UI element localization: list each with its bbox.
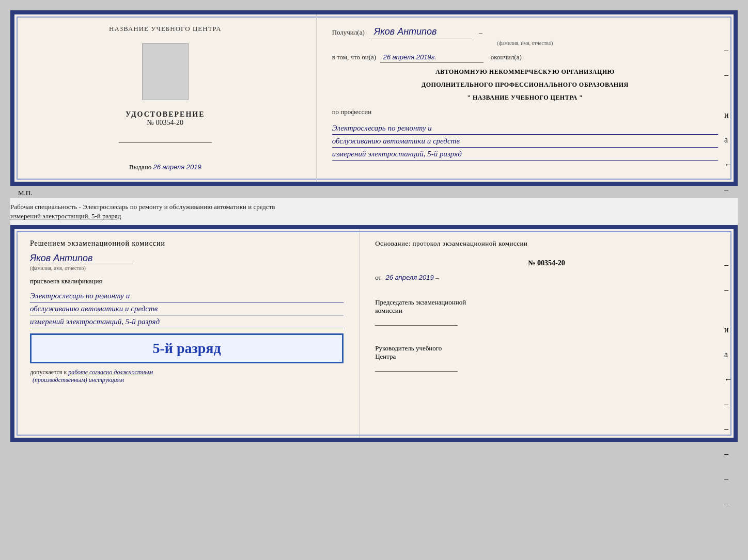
cert-number: № 00354-20: [147, 119, 184, 127]
admitted-section: допускается к работе согласно должностны…: [30, 369, 344, 376]
org-line1: АВТОНОМНУЮ НЕКОММЕРЧЕСКУЮ ОРГАНИЗАЦИЮ: [332, 68, 718, 76]
mp-label: М.П.: [18, 189, 32, 197]
top-diploma-right: Получил(а) Яков Антипов – (фамилия, имя,…: [317, 14, 734, 182]
mp-section: М.П.: [10, 188, 738, 198]
separator-line2: измерений электростанций, 5-й разряд: [10, 212, 738, 221]
org-line2: ДОПОЛНИТЕЛЬНОГО ПРОФЕССИОНАЛЬНОГО ОБРАЗО…: [332, 81, 718, 89]
in-that-label: в том, что он(а): [332, 53, 377, 61]
received-label: Получил(а): [332, 28, 365, 36]
date-value: 26 апреля 2019: [385, 274, 433, 281]
issued-date: 26 апреля 2019: [153, 163, 201, 171]
bottom-profession: Электрослесарь по ремонту и обслуживанию…: [30, 290, 344, 328]
profession-line3: измерений электростанций, 5-й разряд: [332, 148, 718, 161]
director-label2: Центра: [375, 353, 718, 361]
bottom-diploma-left: Решением экзаменационной комиссии Яков А…: [14, 229, 360, 438]
date-row: от 26 апреля 2019 –: [375, 274, 718, 282]
photo-placeholder: [142, 43, 189, 100]
separator-section: Рабочая специальность - Электрослесарь п…: [10, 198, 738, 225]
issued-line: Выдано 26 апреля 2019: [129, 163, 201, 171]
top-diploma-left: НАЗВАНИЕ УЧЕБНОГО ЦЕНТРА УДОСТОВЕРЕНИЕ №…: [14, 14, 317, 182]
fio-label: (фамилия, имя, отчество): [332, 39, 718, 47]
finished-label: окончил(а): [491, 53, 522, 61]
profession-label: по профессии: [332, 107, 718, 117]
profession-line2: обслуживанию автоматики и средств: [332, 135, 718, 148]
bottom-recipient-name: Яков Антипов: [30, 253, 344, 264]
rank-box: 5-й разряд: [30, 333, 344, 363]
chairman-label: Председатель экзаменационной: [375, 298, 718, 307]
document-container: НАЗВАНИЕ УЧЕБНОГО ЦЕНТРА УДОСТОВЕРЕНИЕ №…: [10, 10, 738, 442]
bottom-diploma: Решением экзаменационной комиссии Яков А…: [10, 225, 738, 442]
director-signature-line: [375, 371, 458, 372]
chairman-signature-line: [375, 325, 458, 326]
decision-label: Решением экзаменационной комиссии: [30, 239, 344, 248]
in-that-row: в том, что он(а) 26 апреля 2019г. окончи…: [332, 52, 718, 63]
completion-date: 26 апреля 2019г.: [380, 52, 484, 63]
rank-big: 5-й разряд: [39, 340, 334, 357]
bottom-fio-label: (фамилия, имя, отчество): [30, 265, 344, 271]
right-marks-top: – – и а ← –: [724, 45, 733, 194]
chairman-section: Председатель экзаменационной комиссии: [375, 298, 718, 328]
director-label: Руководитель учебного: [375, 344, 718, 353]
date-label: от: [375, 274, 381, 281]
issued-label: Выдано: [129, 163, 151, 171]
top-diploma: НАЗВАНИЕ УЧЕБНОГО ЦЕНТРА УДОСТОВЕРЕНИЕ №…: [10, 10, 738, 186]
bottom-diploma-right: Основание: протокол экзаменационной коми…: [360, 229, 734, 438]
admitted-handwritten2: (производственным) инструкциям: [33, 376, 344, 384]
received-row: Получил(а) Яков Антипов – (фамилия, имя,…: [332, 25, 718, 47]
org-quote: " НАЗВАНИЕ УЧЕБНОГО ЦЕНТРА ": [332, 94, 718, 102]
recipient-name: Яков Антипов: [369, 25, 472, 39]
director-section: Руководитель учебного Центра: [375, 344, 718, 374]
bottom-profession-line3: измерений электростанций, 5-й разряд: [30, 315, 344, 328]
chairman-label2: комиссии: [375, 307, 718, 315]
profession-text: Электрослесарь по ремонту и обслуживанию…: [332, 122, 718, 161]
separator-line1: Рабочая специальность - Электрослесарь п…: [10, 202, 738, 212]
admitted-handwritten: работе согласно должностным: [68, 369, 153, 376]
admitted-label: допускается к: [30, 369, 67, 376]
profession-line1: Электрослесарь по ремонту и: [332, 122, 718, 135]
right-marks-bottom: – – и а ← – – – – –: [724, 260, 733, 508]
top-left-title: НАЗВАНИЕ УЧЕБНОГО ЦЕНТРА: [109, 25, 221, 33]
qualification-label: присвоена квалификация: [30, 277, 344, 285]
bottom-profession-line1: Электрослесарь по ремонту и: [30, 290, 344, 302]
protocol-number: № 00354-20: [375, 259, 718, 267]
basis-label: Основание: протокол экзаменационной коми…: [375, 239, 718, 248]
cert-title: УДОСТОВЕРЕНИЕ: [126, 110, 205, 119]
bottom-profession-line2: обслуживанию автоматики и средств: [30, 302, 344, 315]
